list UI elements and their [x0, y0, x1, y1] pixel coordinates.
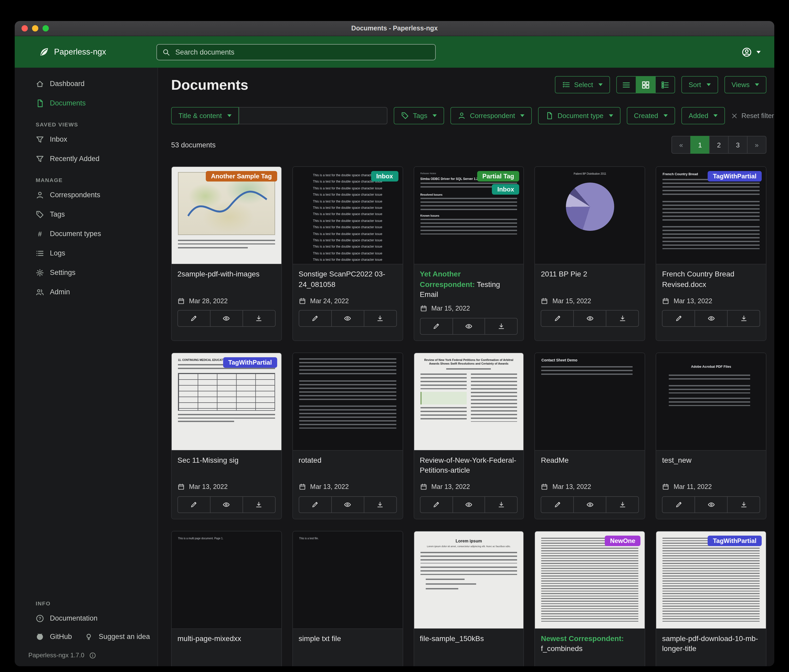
- document-title[interactable]: Sonstige ScanPC2022 03-24_081058: [299, 269, 397, 292]
- download-button[interactable]: [485, 318, 518, 335]
- brand[interactable]: Paperless-ngx: [25, 47, 157, 57]
- document-card-2sample-pdf-with-images[interactable]: Another Sample Tag2sample-pdf-with-image…: [171, 166, 282, 341]
- edit-button[interactable]: [662, 310, 695, 327]
- download-button[interactable]: [727, 310, 760, 327]
- correspondent-link[interactable]: Yet Another Correspondent:: [420, 270, 475, 288]
- edit-button[interactable]: [662, 496, 695, 513]
- tag-badge[interactable]: NewOne: [605, 536, 640, 546]
- tag-badge[interactable]: TagWithPartial: [223, 357, 277, 368]
- sidebar-item-recently-added[interactable]: Recently Added: [27, 150, 150, 167]
- correspondent-filter-button[interactable]: Correspondent: [450, 107, 532, 124]
- correspondent-link[interactable]: Newest Correspondent:: [541, 634, 624, 643]
- search-input[interactable]: [174, 48, 430, 56]
- download-button[interactable]: [364, 310, 397, 327]
- document-title[interactable]: sample-pdf-download-10-mb-longer-title: [662, 634, 760, 657]
- info-icon[interactable]: [89, 652, 96, 659]
- document-card-sample-pdf-download-10-mb-longer-title[interactable]: TagWithPartialsample-pdf-download-10-mb-…: [656, 531, 767, 666]
- document-title[interactable]: multi-page-mixedxx: [177, 634, 276, 657]
- title-content-dropdown[interactable]: Title & content: [171, 107, 239, 124]
- download-button[interactable]: [364, 496, 397, 513]
- document-title[interactable]: file-sample_150kBs: [420, 634, 518, 657]
- view-button[interactable]: [210, 310, 243, 327]
- sidebar-item-github[interactable]: GitHub: [27, 628, 74, 645]
- download-button[interactable]: [606, 496, 639, 513]
- created-filter-button[interactable]: Created: [626, 107, 675, 124]
- view-list-toggle[interactable]: [616, 76, 636, 93]
- document-card-french-country-bread-revised-docx[interactable]: French Country BreadTagWithPartialFrench…: [656, 166, 767, 341]
- sort-button[interactable]: Sort: [681, 76, 718, 93]
- pagination-next[interactable]: »: [747, 136, 767, 154]
- tag-badge[interactable]: Inbox: [492, 184, 519, 194]
- document-type-filter-button[interactable]: Document type: [538, 107, 620, 124]
- view-button[interactable]: [573, 496, 607, 513]
- document-card-2011-bp-pie-2[interactable]: Patient BP Distribution 20112011 BP Pie …: [535, 166, 645, 341]
- edit-button[interactable]: [177, 310, 211, 327]
- pagination-prev[interactable]: «: [671, 136, 691, 154]
- document-card-file-sample-150kbs[interactable]: Lorem ipsumLorem ipsum dolor sit amet, c…: [414, 531, 524, 666]
- minimize-window-button[interactable]: [32, 25, 38, 32]
- edit-button[interactable]: [177, 496, 211, 513]
- document-thumbnail[interactable]: Adobe Acrobat PDF Files: [656, 353, 766, 450]
- view-button[interactable]: [695, 310, 728, 327]
- document-title[interactable]: 2sample-pdf-with-images: [177, 269, 276, 292]
- view-button[interactable]: [452, 318, 485, 335]
- document-card-sonstige-scanpc2022-03-24-081058[interactable]: This is a test for the double space char…: [292, 166, 403, 341]
- tags-filter-button[interactable]: Tags: [393, 107, 444, 124]
- sidebar-item-tags[interactable]: Tags: [27, 205, 150, 223]
- document-thumbnail[interactable]: Contact Sheet Demo: [535, 353, 645, 450]
- document-title[interactable]: test_new: [662, 455, 760, 478]
- document-thumbnail[interactable]: [293, 353, 402, 450]
- download-button[interactable]: [606, 310, 639, 327]
- tag-badge[interactable]: Another Sample Tag: [206, 171, 277, 182]
- edit-button[interactable]: [299, 496, 332, 513]
- document-card-multi-page-mixedxx[interactable]: This is a multi page document. Page 1.mu…: [171, 531, 282, 666]
- edit-button[interactable]: [541, 496, 574, 513]
- sidebar-item-documents[interactable]: Documents: [27, 94, 150, 112]
- pagination-page-3[interactable]: 3: [728, 136, 747, 154]
- tag-badge[interactable]: Partial Tag: [477, 171, 519, 182]
- document-card-sec-11-missing-sig[interactable]: 11. CONTINUING MEDICAL EDUCATIONTagWithP…: [171, 352, 282, 519]
- sidebar-item-dashboard[interactable]: Dashboard: [27, 75, 150, 92]
- sidebar-item-documentation[interactable]: ? Documentation: [27, 610, 151, 627]
- title-content-filter-input[interactable]: [239, 107, 387, 124]
- document-title[interactable]: ReadMe: [541, 455, 639, 478]
- document-title[interactable]: Newest Correspondent: f_combineds: [541, 634, 639, 657]
- document-card-testing-email[interactable]: Release NotesSimba ODBC Driver for SQL S…: [414, 166, 524, 341]
- zoom-window-button[interactable]: [43, 25, 49, 32]
- document-card-readme[interactable]: Contact Sheet DemoReadMeMar 13, 2022: [535, 352, 645, 519]
- document-title[interactable]: Sec 11-Missing sig: [177, 455, 276, 478]
- pagination-page-1[interactable]: 1: [690, 136, 710, 154]
- document-thumbnail[interactable]: Lorem ipsumLorem ipsum dolor sit amet, c…: [414, 532, 524, 629]
- edit-button[interactable]: [420, 496, 453, 513]
- edit-button[interactable]: [541, 310, 574, 327]
- view-button[interactable]: [210, 496, 243, 513]
- sidebar-item-correspondents[interactable]: Correspondents: [27, 186, 150, 204]
- view-detail-toggle[interactable]: [655, 76, 675, 93]
- document-card-simple-txt-file[interactable]: This is a test file.simple txt file: [292, 531, 403, 666]
- select-button[interactable]: Select: [554, 76, 610, 93]
- view-button[interactable]: [695, 496, 728, 513]
- download-button[interactable]: [243, 310, 276, 327]
- edit-button[interactable]: [299, 310, 332, 327]
- tag-badge[interactable]: TagWithPartial: [708, 536, 762, 546]
- sidebar-item-inbox[interactable]: Inbox: [27, 131, 150, 148]
- document-title[interactable]: Yet Another Correspondent: Testing Email: [420, 269, 518, 300]
- document-title[interactable]: rotated: [299, 455, 397, 478]
- document-thumbnail[interactable]: This is a multi page document. Page 1.: [172, 532, 281, 629]
- document-card-test-new[interactable]: Adobe Acrobat PDF Filestest_newMar 11, 2…: [656, 352, 767, 519]
- document-title[interactable]: Review-of-New-York-Federal-Petitions-art…: [420, 455, 518, 478]
- sidebar-item-document-types[interactable]: #Document types: [27, 225, 150, 242]
- view-button[interactable]: [331, 310, 364, 327]
- document-thumbnail[interactable]: This is a test file.: [293, 532, 402, 629]
- views-button[interactable]: Views: [724, 76, 767, 93]
- document-title[interactable]: simple txt file: [299, 634, 397, 657]
- document-title[interactable]: 2011 BP Pie 2: [541, 269, 639, 292]
- pagination-page-2[interactable]: 2: [709, 136, 728, 154]
- download-button[interactable]: [243, 496, 276, 513]
- added-filter-button[interactable]: Added: [681, 107, 725, 124]
- edit-button[interactable]: [420, 318, 453, 335]
- view-button[interactable]: [331, 496, 364, 513]
- suggest-idea-link[interactable]: Suggest an idea: [76, 628, 152, 645]
- download-button[interactable]: [727, 496, 760, 513]
- sidebar-item-logs[interactable]: Logs: [27, 244, 150, 262]
